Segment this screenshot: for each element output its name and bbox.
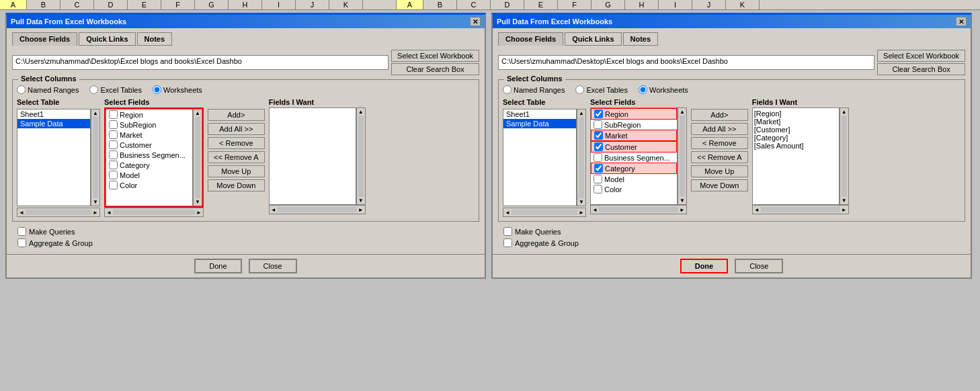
left-radio-excel-tables[interactable]: Excel Tables — [89, 85, 142, 94]
right-dialog-close[interactable]: ✕ — [956, 17, 967, 26]
left-table-hscroll-right[interactable]: ► — [91, 210, 99, 216]
right-table-scroll-down[interactable]: ▼ — [579, 198, 584, 206]
right-table-item-sample-data[interactable]: Sample Data — [503, 119, 576, 128]
left-aggregate-row[interactable]: Aggregate & Group — [17, 238, 474, 247]
left-want-hscroll-right[interactable]: ► — [357, 207, 365, 213]
left-field-category[interactable]: Category — [106, 160, 192, 170]
left-table-listbox[interactable]: Sheet1 Sample Data — [17, 109, 91, 206]
left-move-up-btn[interactable]: Move Up — [208, 165, 265, 177]
left-field-color[interactable]: Color — [106, 180, 192, 190]
left-remove-all-btn[interactable]: << Remove A — [208, 151, 265, 163]
left-field-market[interactable]: Market — [106, 130, 192, 140]
right-tab-notes[interactable]: Notes — [623, 32, 659, 46]
right-done-btn[interactable]: Done — [680, 259, 729, 273]
right-fields-hscroll-left[interactable]: ◄ — [591, 207, 599, 213]
left-table-item-sample-data[interactable]: Sample Data — [17, 119, 90, 128]
left-make-queries-row[interactable]: Make Queries — [17, 227, 474, 236]
left-field-customer[interactable]: Customer — [106, 140, 192, 150]
left-fields-vscroll[interactable]: ▲ ▼ — [193, 109, 202, 206]
left-table-item-sheet1[interactable]: Sheet1 — [17, 110, 90, 119]
right-tab-quick-links[interactable]: Quick Links — [565, 32, 621, 46]
left-table-scroll-up[interactable]: ▲ — [93, 110, 98, 117]
right-make-queries-row[interactable]: Make Queries — [503, 227, 960, 236]
left-radio-worksheets[interactable]: Worksheets — [153, 85, 202, 94]
right-move-down-btn[interactable]: Move Down — [691, 179, 748, 191]
right-field-subregion[interactable]: SubRegion — [591, 120, 677, 130]
right-want-vscroll[interactable]: ▲ ▼ — [840, 107, 849, 205]
left-want-hscroll[interactable]: ◄ ► — [269, 205, 366, 214]
left-remove-btn[interactable]: < Remove — [208, 137, 265, 149]
right-want-hscroll-left[interactable]: ◄ — [753, 207, 761, 213]
left-want-scroll-up[interactable]: ▲ — [358, 108, 364, 116]
right-add-btn[interactable]: Add> — [691, 109, 748, 121]
right-table-listbox[interactable]: Sheet1 Sample Data — [503, 109, 577, 206]
left-make-queries-checkbox[interactable] — [17, 227, 26, 236]
right-radio-named-ranges[interactable]: Named Ranges — [503, 85, 565, 94]
left-fields-listbox[interactable]: Region SubRegion Market Customer Busines… — [106, 109, 193, 206]
left-radio-named-ranges[interactable]: Named Ranges — [17, 85, 79, 94]
right-table-hscroll-right[interactable]: ► — [577, 210, 585, 216]
right-table-vscroll[interactable]: ▲ ▼ — [577, 109, 586, 206]
left-table-scroll-down[interactable]: ▼ — [93, 198, 98, 206]
right-aggregate-checkbox[interactable] — [503, 238, 512, 247]
left-add-all-btn[interactable]: Add All >> — [208, 123, 265, 135]
left-fields-want-list[interactable] — [269, 107, 356, 205]
left-fields-hscroll-right[interactable]: ► — [195, 210, 203, 216]
right-want-scroll-down[interactable]: ▼ — [842, 197, 847, 204]
right-select-workbook-btn[interactable]: Select Excel Workbook — [877, 50, 965, 62]
left-tab-quick-links[interactable]: Quick Links — [79, 32, 135, 46]
left-tab-notes[interactable]: Notes — [137, 32, 173, 46]
left-table-hscroll-left[interactable]: ◄ — [17, 210, 26, 216]
right-table-hscroll-left[interactable]: ◄ — [503, 210, 512, 216]
right-table-scroll-up[interactable]: ▲ — [579, 110, 584, 117]
right-fields-hscroll-right[interactable]: ► — [678, 207, 686, 213]
right-fields-want-list[interactable]: [Region] [Market] [Customer] [Category] … — [752, 107, 840, 205]
left-table-vscroll[interactable]: ▲ ▼ — [91, 109, 100, 206]
left-fields-hscroll[interactable]: ◄ ► — [104, 208, 204, 217]
left-want-scroll-down[interactable]: ▼ — [358, 197, 364, 204]
left-field-business-segment[interactable]: Business Segmen... — [106, 150, 192, 160]
right-close-btn[interactable]: Close — [735, 259, 783, 273]
left-dialog-close[interactable]: ✕ — [470, 17, 481, 26]
left-field-subregion[interactable]: SubRegion — [106, 120, 192, 130]
right-field-market[interactable]: Market — [591, 130, 677, 141]
right-field-color[interactable]: Color — [591, 184, 677, 194]
left-field-model[interactable]: Model — [106, 170, 192, 180]
right-fields-listbox[interactable]: Region SubRegion Market Customer Busines… — [590, 107, 678, 205]
left-tab-choose-fields[interactable]: Choose Fields — [12, 32, 77, 46]
left-fields-scroll-up[interactable]: ▲ — [195, 110, 200, 117]
right-want-hscroll-right[interactable]: ► — [840, 207, 848, 213]
right-table-item-sheet1[interactable]: Sheet1 — [503, 110, 576, 119]
left-field-region[interactable]: Region — [106, 110, 192, 120]
right-field-category[interactable]: Category — [591, 163, 677, 174]
left-table-hscroll[interactable]: ◄ ► — [17, 208, 100, 217]
right-radio-excel-tables[interactable]: Excel Tables — [575, 85, 628, 94]
right-table-hscroll[interactable]: ◄ ► — [503, 208, 586, 217]
left-aggregate-checkbox[interactable] — [17, 238, 26, 247]
right-fields-scroll-down[interactable]: ▼ — [680, 197, 685, 204]
right-remove-all-btn[interactable]: << Remove A — [691, 151, 748, 163]
right-tab-choose-fields[interactable]: Choose Fields — [498, 32, 563, 46]
right-add-all-btn[interactable]: Add All >> — [691, 123, 748, 135]
right-aggregate-row[interactable]: Aggregate & Group — [503, 238, 960, 247]
left-fields-scroll-down[interactable]: ▼ — [195, 198, 200, 206]
right-radio-worksheets[interactable]: Worksheets — [639, 85, 688, 94]
left-select-workbook-btn[interactable]: Select Excel Workbook — [391, 50, 479, 62]
right-field-region[interactable]: Region — [591, 108, 677, 120]
right-move-up-btn[interactable]: Move Up — [691, 165, 748, 177]
right-want-scroll-up[interactable]: ▲ — [842, 108, 847, 116]
right-make-queries-checkbox[interactable] — [503, 227, 512, 236]
right-remove-btn[interactable]: < Remove — [691, 137, 748, 149]
left-add-btn[interactable]: Add> — [208, 109, 265, 121]
right-clear-search-btn[interactable]: Clear Search Box — [877, 63, 965, 75]
right-field-model[interactable]: Model — [591, 174, 677, 184]
left-fields-hscroll-left[interactable]: ◄ — [105, 210, 113, 216]
left-want-vscroll[interactable]: ▲ ▼ — [356, 107, 366, 205]
left-clear-search-btn[interactable]: Clear Search Box — [391, 63, 479, 75]
left-move-down-btn[interactable]: Move Down — [208, 179, 265, 191]
right-field-customer[interactable]: Customer — [591, 141, 677, 153]
right-fields-vscroll[interactable]: ▲ ▼ — [678, 107, 687, 205]
left-done-btn[interactable]: Done — [194, 259, 241, 273]
right-field-business-segment[interactable]: Business Segmen... — [591, 153, 677, 163]
right-fields-hscroll[interactable]: ◄ ► — [590, 205, 687, 214]
